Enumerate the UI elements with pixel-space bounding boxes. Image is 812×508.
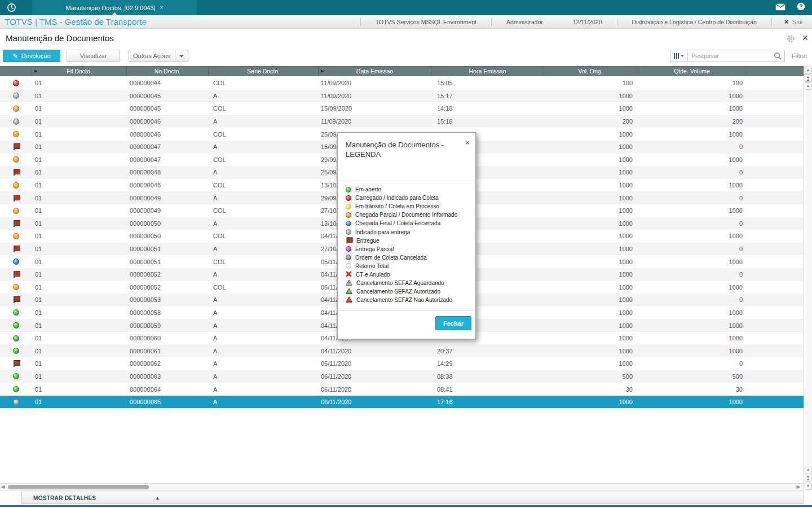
table-row[interactable]: 01000000064A06/11/202008:413030 <box>0 383 804 396</box>
col-header-spacer[interactable] <box>747 67 804 76</box>
line-up-button[interactable]: ▲ <box>805 82 812 90</box>
col-header-doc[interactable]: No.Docto. <box>127 67 209 76</box>
darkgray-status-icon <box>346 255 351 260</box>
column-filter-button[interactable] <box>670 50 688 62</box>
mostrar-detalhes-toggle[interactable]: MOSTRAR DETALHES ▲ <box>21 492 804 504</box>
orange-status-icon <box>13 182 19 189</box>
table-row[interactable]: 01000000062A05/11/202014:2910000 <box>0 357 804 370</box>
table-row[interactable]: 01000000045A11/09/202015:1710001000 <box>0 90 804 103</box>
legend-item-label: Entregue <box>356 238 379 244</box>
outras-acoes-dropdown[interactable] <box>175 50 188 62</box>
cell-doc: 000000045 <box>127 102 209 115</box>
cell-serie: A <box>209 294 319 306</box>
legend-item-label: CT-e Anulado <box>356 271 390 278</box>
table-row[interactable]: 01000000061A04/11/202020:3710001000 <box>0 344 804 357</box>
cell-serie: A <box>209 268 319 281</box>
tab-manutencao-doctos[interactable]: Manutenção Doctos. [02.9.0043] × <box>32 0 197 15</box>
table-row[interactable]: 01000000044COL11/09/202015:05100100 <box>0 77 804 90</box>
page-close-icon[interactable]: × <box>802 32 808 44</box>
col-header-qtde[interactable]: Qtde. Volume <box>637 67 747 76</box>
cell-status <box>0 344 32 357</box>
dialog-close-icon[interactable]: × <box>465 138 470 147</box>
col-header-status[interactable] <box>0 67 32 76</box>
table-row[interactable]: 01000000046A11/09/202015:18200200 <box>0 115 804 128</box>
col-header-serie[interactable]: Serie Docto. <box>209 67 319 76</box>
gray-status-icon <box>13 399 19 405</box>
cell-serie: COL <box>209 128 319 141</box>
table-row[interactable]: 01000000063A06/11/202008:38500500 <box>0 370 804 383</box>
cell-hora: 15:05 <box>431 77 544 90</box>
search-icon[interactable] <box>771 52 784 60</box>
cell-spacer <box>747 90 804 103</box>
tab-close-icon[interactable]: × <box>160 5 164 11</box>
cell-serie: A <box>209 166 319 179</box>
line-down-button[interactable]: ▼ <box>805 467 812 474</box>
flag-status-icon <box>13 143 20 150</box>
cell-qtde: 1000 <box>637 230 747 243</box>
fechar-button[interactable]: Fechar <box>435 316 471 330</box>
vertical-scrollbar[interactable]: ▲ ▲▲ ▲ ▼ ▼▼ ▼ <box>804 66 812 491</box>
cell-doc: 000000050 <box>127 230 209 243</box>
search-input[interactable] <box>688 52 771 59</box>
flag-status-icon <box>13 195 20 202</box>
legend-item-label: Cancelamento SEFAZ Nao Autorizado <box>356 297 452 303</box>
cell-qtde: 0 <box>637 217 747 230</box>
cell-fil: 01 <box>32 357 127 370</box>
page-up-button[interactable]: ▲▲ <box>805 75 812 82</box>
cell-qtde: 0 <box>637 166 747 179</box>
col-header-data[interactable]: ▶Data Emissao <box>319 67 431 76</box>
col-header-hora[interactable]: Hora Emissao <box>431 67 544 76</box>
cell-data: 11/09/2020 <box>319 77 431 90</box>
cell-spacer <box>747 230 804 243</box>
visualizar-button[interactable]: Visualizar <box>67 50 120 62</box>
legend-item: Em aberto <box>346 185 467 194</box>
window-bottom-border <box>0 505 812 507</box>
cell-status <box>0 332 32 345</box>
outras-acoes-button[interactable]: Outras Ações <box>129 50 188 62</box>
col-header-fil[interactable]: ▶Fil.Docto. <box>32 67 127 76</box>
horizontal-scrollbar[interactable]: ◀ ▶ <box>0 483 804 491</box>
history-clock-icon[interactable] <box>7 3 16 12</box>
col-header-vol[interactable]: Vol. Orig. <box>544 67 637 76</box>
cell-vol: 1000 <box>544 141 637 154</box>
help-icon[interactable]: ? <box>797 2 805 13</box>
horizontal-scrollbar-thumb[interactable] <box>8 485 149 489</box>
orange-status-icon <box>13 284 19 290</box>
cell-data: 15/09/2020 <box>319 102 431 115</box>
cell-status <box>0 77 32 90</box>
cell-status <box>0 243 32 256</box>
cell-serie: A <box>209 357 319 370</box>
cell-status <box>0 255 32 268</box>
cell-serie: A <box>209 344 319 357</box>
cell-doc: 000000062 <box>127 357 209 370</box>
table-row[interactable]: 01000000065A06/11/202017:1610001000 <box>0 396 804 409</box>
cell-vol: 1000 <box>544 268 637 281</box>
legend-item: !Cancelamento SEFAZ Aguardando <box>346 279 467 287</box>
cell-serie: COL <box>209 281 319 294</box>
scroll-left-icon[interactable]: ◀ <box>1 484 5 489</box>
mail-icon[interactable] <box>775 3 785 13</box>
legend-item: Entregue <box>346 237 467 245</box>
sort-marker-icon: ▶ <box>34 69 37 73</box>
cell-spacer <box>747 204 804 217</box>
cell-spacer <box>747 357 804 370</box>
page-down-button[interactable]: ▼▼ <box>805 475 812 482</box>
scroll-bottom-button[interactable]: ▼ <box>805 483 812 490</box>
cell-doc: 000000051 <box>127 255 209 268</box>
cell-fil: 01 <box>32 268 127 281</box>
flag-status-icon <box>13 169 20 176</box>
cell-doc: 000000046 <box>127 128 209 141</box>
cell-vol: 1000 <box>544 357 637 370</box>
filtrar-link[interactable]: Filtrar <box>792 52 807 59</box>
table-row[interactable]: 01000000045COL15/09/202014:1810001000 <box>0 102 804 115</box>
devolucao-button[interactable]: ✎ Devolução <box>3 50 60 62</box>
exit-button[interactable]: × Sair <box>771 17 812 26</box>
cell-serie: A <box>209 396 319 409</box>
cell-serie: A <box>209 383 319 396</box>
cell-qtde: 0 <box>637 191 747 204</box>
gear-icon[interactable] <box>787 34 795 43</box>
scroll-top-button[interactable]: ▲ <box>805 67 812 74</box>
scroll-right-icon[interactable]: ▶ <box>797 484 800 489</box>
cell-vol: 1000 <box>544 166 637 179</box>
cell-fil: 01 <box>32 141 127 154</box>
